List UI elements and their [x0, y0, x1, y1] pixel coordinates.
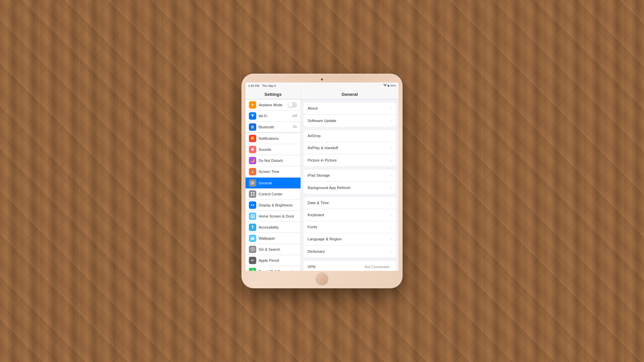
- svg-rect-2: [253, 192, 255, 193]
- detail-row-software-update[interactable]: Software Update ›: [304, 115, 396, 127]
- sidebar-item-bluetooth[interactable]: B Bluetooth On: [246, 122, 301, 133]
- date-time-label: Date & Time: [308, 201, 390, 205]
- airdrop-chevron: ›: [390, 134, 392, 138]
- sidebar-group-connectivity: ✈ Airplane Mode: [246, 99, 301, 133]
- pip-label: Picture in Picture: [308, 158, 390, 162]
- ipad-storage-label: iPad Storage: [308, 173, 390, 177]
- sounds-icon: [249, 146, 256, 153]
- sidebar-title: Settings: [246, 89, 301, 99]
- wifi-icon: [249, 112, 256, 120]
- svg-rect-4: [253, 194, 255, 196]
- accessibility-icon: [249, 224, 256, 231]
- language-region-label: Language & Region: [308, 237, 390, 241]
- sidebar-display-label: Display & Brightness: [259, 203, 297, 207]
- sidebar-group-system: General Control Center: [246, 177, 301, 271]
- airdrop-label: AirDrop: [308, 134, 390, 138]
- about-chevron: ›: [390, 106, 392, 110]
- do-not-disturb-icon: 🌙: [249, 157, 256, 164]
- airplane-mode-toggle[interactable]: [288, 102, 297, 108]
- ipad-screen: 1:55 PM Thu Sep 9 ▶ 90% Settings: [246, 82, 398, 271]
- detail-row-language-region[interactable]: Language & Region ›: [304, 233, 396, 245]
- airplane-mode-icon: ✈: [249, 101, 256, 109]
- keyboard-chevron: ›: [390, 213, 392, 217]
- background-app-refresh-label: Background App Refresh: [308, 186, 390, 190]
- general-icon: [249, 179, 256, 187]
- vpn-chevron: ›: [390, 265, 392, 269]
- sidebar-item-airplane-mode[interactable]: ✈ Airplane Mode: [246, 99, 301, 111]
- svg-point-7: [252, 225, 253, 226]
- detail-row-picture-in-picture[interactable]: Picture in Picture ›: [304, 154, 396, 166]
- sidebar-bluetooth-value: On: [293, 125, 297, 129]
- control-center-icon: [249, 190, 256, 198]
- sidebar-accessibility-label: Accessibility: [259, 225, 297, 229]
- status-time: 1:55 PM Thu Sep 9: [248, 84, 276, 87]
- sidebar-control-center-label: Control Center: [259, 192, 297, 196]
- pip-chevron: ›: [390, 158, 392, 162]
- sidebar-wifi-value: wifi: [292, 114, 297, 118]
- sidebar-item-home-screen[interactable]: Home Screen & Dock: [246, 211, 301, 222]
- sidebar-screen-time-label: Screen Time: [259, 170, 297, 174]
- screen-time-icon: ⌛: [249, 168, 256, 175]
- detail-row-airdrop[interactable]: AirDrop ›: [304, 130, 396, 142]
- home-button[interactable]: [316, 273, 328, 285]
- sidebar-item-display-brightness[interactable]: AA Display & Brightness: [246, 200, 301, 211]
- keyboard-label: Keyboard: [308, 213, 390, 217]
- detail-row-keyboard[interactable]: Keyboard ›: [304, 209, 396, 221]
- sidebar-item-wifi[interactable]: Wi-Fi wifi: [246, 111, 301, 122]
- about-label: About: [308, 106, 390, 110]
- detail-section-vpn: VPN Not Connected ›: [304, 261, 396, 271]
- touch-id-icon: [249, 268, 256, 271]
- ipad-device: 1:55 PM Thu Sep 9 ▶ 90% Settings: [241, 74, 402, 288]
- detail-row-background-app-refresh[interactable]: Background App Refresh ›: [304, 182, 396, 194]
- fonts-chevron: ›: [390, 225, 392, 229]
- background-app-refresh-chevron: ›: [390, 186, 392, 190]
- wifi-signal-icon: [383, 84, 387, 87]
- svg-point-0: [252, 182, 254, 184]
- svg-rect-1: [251, 192, 252, 193]
- detail-row-airplay-handoff[interactable]: AirPlay & Handoff ›: [304, 142, 396, 154]
- svg-rect-6: [252, 216, 253, 218]
- sidebar-item-do-not-disturb[interactable]: 🌙 Do Not Disturb: [246, 155, 301, 166]
- sidebar-wifi-label: Wi-Fi: [259, 114, 290, 118]
- vpn-label: VPN: [308, 265, 365, 269]
- settings-sidebar: Settings ✈ Airplane Mode: [246, 89, 301, 271]
- sidebar-item-sounds[interactable]: Sounds: [246, 144, 301, 155]
- svg-point-8: [251, 247, 255, 251]
- detail-row-fonts[interactable]: Fonts ›: [304, 221, 396, 233]
- display-brightness-icon: AA: [249, 201, 256, 209]
- detail-row-vpn[interactable]: VPN Not Connected ›: [304, 261, 396, 271]
- sidebar-item-apple-pencil[interactable]: ✏ Apple Pencil: [246, 255, 301, 266]
- sidebar-notifications-label: Notifications: [259, 136, 297, 140]
- status-right: ▶ 90%: [383, 84, 396, 87]
- bluetooth-icon: B: [249, 123, 256, 131]
- sidebar-item-screen-time[interactable]: ⌛ Screen Time: [246, 166, 301, 177]
- sidebar-item-wallpaper[interactable]: 🏔 Wallpaper: [246, 233, 301, 244]
- apple-pencil-icon: ✏: [249, 257, 256, 264]
- detail-row-ipad-storage[interactable]: iPad Storage ›: [304, 170, 396, 182]
- detail-title: General: [301, 89, 398, 99]
- detail-row-date-time[interactable]: Date & Time ›: [304, 197, 396, 209]
- sidebar-dnd-label: Do Not Disturb: [259, 159, 297, 163]
- detail-row-dictionary[interactable]: Dictionary ›: [304, 245, 396, 257]
- sidebar-siri-label: Siri & Search: [259, 247, 297, 251]
- detail-panel: General About › Software Update › AirD: [301, 89, 398, 271]
- sidebar-item-control-center[interactable]: Control Center: [246, 189, 301, 200]
- sidebar-item-siri[interactable]: Siri & Search: [246, 244, 301, 255]
- language-region-chevron: ›: [390, 237, 392, 241]
- vpn-value: Not Connected: [365, 265, 389, 269]
- sidebar-item-accessibility[interactable]: Accessibility: [246, 222, 301, 233]
- fonts-label: Fonts: [308, 225, 390, 229]
- software-update-label: Software Update: [308, 119, 390, 123]
- status-bar: 1:55 PM Thu Sep 9 ▶ 90%: [246, 82, 398, 89]
- camera-dot: [321, 78, 323, 80]
- airplay-handoff-label: AirPlay & Handoff: [308, 146, 390, 150]
- dictionary-label: Dictionary: [308, 249, 390, 253]
- notifications-icon: 🔔: [249, 135, 256, 142]
- sidebar-item-general[interactable]: General: [246, 177, 301, 189]
- sidebar-item-airplane-label: Airplane Mode: [259, 103, 285, 107]
- battery-icon: ▶ 90%: [388, 84, 396, 87]
- sidebar-item-notifications[interactable]: 🔔 Notifications: [246, 133, 301, 144]
- sidebar-item-touch-id[interactable]: Touch ID & Passcode: [246, 266, 301, 271]
- svg-rect-3: [251, 194, 252, 196]
- detail-row-about[interactable]: About ›: [304, 103, 396, 115]
